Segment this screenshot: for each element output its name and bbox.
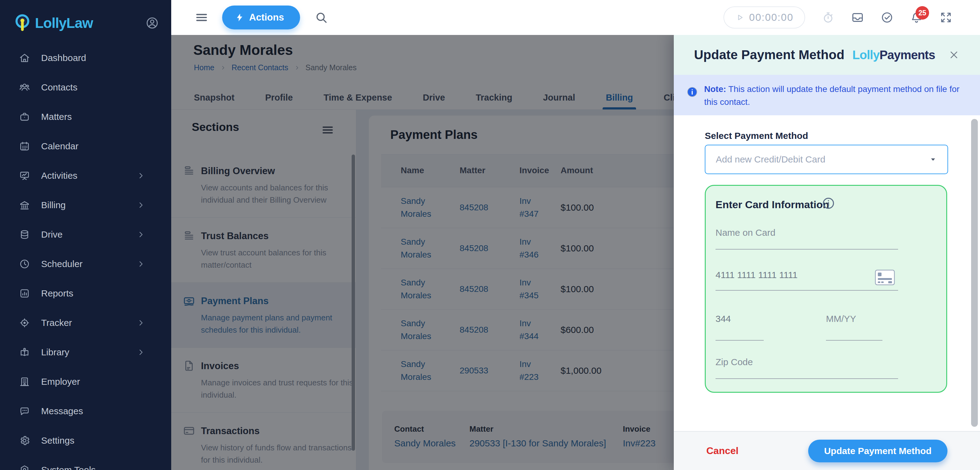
close-icon[interactable] xyxy=(948,49,960,61)
sidebar-item[interactable]: Matters xyxy=(0,102,171,132)
sidebar-item-label: Drive xyxy=(41,229,136,240)
expiry-underline xyxy=(826,340,883,341)
sidebar-item-label: Settings xyxy=(41,435,136,446)
sidebar-item[interactable]: Drive xyxy=(0,220,171,249)
sidebar-item[interactable]: Messages xyxy=(0,396,171,426)
sidebar-item[interactable]: Tracker xyxy=(0,308,171,338)
sidebar: LollyLaw Dashboard Contacts Matters xyxy=(0,0,171,470)
expiry-field[interactable]: MM/YY xyxy=(826,314,856,324)
chevron-right-icon xyxy=(136,348,145,357)
card-info-heading: Enter Card Information xyxy=(716,198,829,211)
home-icon xyxy=(19,52,30,64)
sidebar-item[interactable]: Employer xyxy=(0,367,171,396)
modal-footer: Cancel Update Payment Method xyxy=(674,431,980,470)
cvv-underline xyxy=(716,340,764,341)
sidebar-item-label: Dashboard xyxy=(41,53,136,63)
drive-icon xyxy=(19,229,30,240)
chevron-right-icon xyxy=(136,230,145,239)
tracker-icon xyxy=(19,317,30,329)
system-tools-icon xyxy=(19,464,30,470)
info-icon xyxy=(687,87,697,97)
menu-icon[interactable] xyxy=(194,10,208,25)
info-circle-icon[interactable] xyxy=(821,196,835,210)
sidebar-item-label: Scheduler xyxy=(41,259,136,269)
app-title: LollyLaw xyxy=(35,15,145,31)
card-number-field[interactable]: 4111 1111 1111 1111 xyxy=(716,270,797,280)
cvv-field[interactable]: 344 xyxy=(716,314,731,324)
sidebar-item-label: Matters xyxy=(41,111,136,122)
notification-badge: 25 xyxy=(916,6,929,20)
caret-down-icon xyxy=(929,156,937,164)
chevron-right-icon xyxy=(136,171,145,180)
sidebar-item-label: Contacts xyxy=(41,82,136,92)
reports-icon xyxy=(19,288,30,299)
payment-method-select-value: Add new Credit/Debit Card xyxy=(716,154,929,165)
employer-icon xyxy=(19,376,30,387)
chevron-right-icon xyxy=(136,200,145,210)
update-payment-method-button[interactable]: Update Payment Method xyxy=(808,440,948,462)
search-icon[interactable] xyxy=(315,11,328,24)
note-banner: Note: This action will update the defaul… xyxy=(674,75,980,115)
sidebar-item-label: Calendar xyxy=(41,141,136,151)
timer-value: 00:00:00 xyxy=(749,12,794,23)
modal-title: Update Payment Method xyxy=(694,48,845,62)
inbox-icon[interactable] xyxy=(851,11,864,24)
notifications-bell-icon[interactable]: 25 xyxy=(910,11,923,24)
sidebar-item[interactable]: Scheduler xyxy=(0,249,171,279)
sidebar-item[interactable]: System Tools xyxy=(0,455,171,470)
credit-card-icon xyxy=(875,269,895,286)
play-icon xyxy=(735,13,745,22)
modal-header: Update Payment Method LollyPayments xyxy=(674,35,980,75)
topbar: Actions 00:00:00 25 xyxy=(171,0,980,35)
sidebar-item[interactable]: Calendar xyxy=(0,132,171,161)
zip-code-field[interactable]: Zip Code xyxy=(716,357,753,367)
lightning-icon xyxy=(235,13,244,22)
sidebar-item-label: Activities xyxy=(41,170,136,181)
actions-button-label: Actions xyxy=(249,12,284,23)
name-on-card-field[interactable]: Name on Card xyxy=(716,227,775,238)
fullscreen-icon[interactable] xyxy=(940,11,952,24)
zip-underline xyxy=(716,378,898,379)
actions-button[interactable]: Actions xyxy=(222,6,300,29)
activities-icon xyxy=(19,170,30,181)
settings-icon xyxy=(19,435,30,446)
sidebar-item-label: Library xyxy=(41,347,136,357)
sidebar-item-label: Messages xyxy=(41,406,136,416)
sidebar-item[interactable]: Library xyxy=(0,338,171,367)
sidebar-item[interactable]: Settings xyxy=(0,426,171,455)
sidebar-item-label: Employer xyxy=(41,376,136,387)
sidebar-item[interactable]: Contacts xyxy=(0,73,171,102)
note-text: Note: This action will update the defaul… xyxy=(704,83,969,108)
contacts-icon xyxy=(19,82,30,93)
modal-scrollbar[interactable] xyxy=(971,119,978,427)
user-account-icon[interactable] xyxy=(145,16,159,30)
scheduler-icon xyxy=(19,259,30,270)
billing-icon xyxy=(19,200,30,211)
lollylaw-logo-icon xyxy=(14,13,32,32)
sidebar-item[interactable]: Billing xyxy=(0,191,171,220)
cancel-button[interactable]: Cancel xyxy=(706,445,738,457)
matters-icon xyxy=(19,111,30,122)
name-on-card-underline xyxy=(716,249,898,249)
messages-icon xyxy=(19,406,30,417)
timer-widget[interactable]: 00:00:00 xyxy=(724,6,805,29)
sidebar-item-label: System Tools xyxy=(41,465,136,470)
sidebar-item[interactable]: Dashboard xyxy=(0,43,171,73)
sidebar-nav: Dashboard Contacts Matters Calendar xyxy=(0,43,171,470)
sidebar-item-label: Tracker xyxy=(41,318,136,328)
chevron-right-icon xyxy=(136,259,145,268)
sidebar-item-label: Reports xyxy=(41,288,136,299)
card-number-underline xyxy=(716,290,898,291)
update-payment-method-modal: Update Payment Method LollyPayments Note… xyxy=(674,35,980,470)
sidebar-item[interactable]: Reports xyxy=(0,279,171,308)
chevron-right-icon xyxy=(136,318,145,327)
stopwatch-icon[interactable] xyxy=(822,11,835,24)
tasks-check-icon[interactable] xyxy=(881,11,894,24)
sidebar-item-label: Billing xyxy=(41,200,136,210)
card-information-panel: Enter Card Information Name on Card 4111… xyxy=(705,185,947,393)
calendar-icon xyxy=(19,141,30,152)
sidebar-item[interactable]: Activities xyxy=(0,161,171,191)
lollypayments-logo: LollyPayments xyxy=(852,48,935,62)
library-icon xyxy=(19,347,30,358)
payment-method-select[interactable]: Add new Credit/Debit Card xyxy=(705,145,948,174)
